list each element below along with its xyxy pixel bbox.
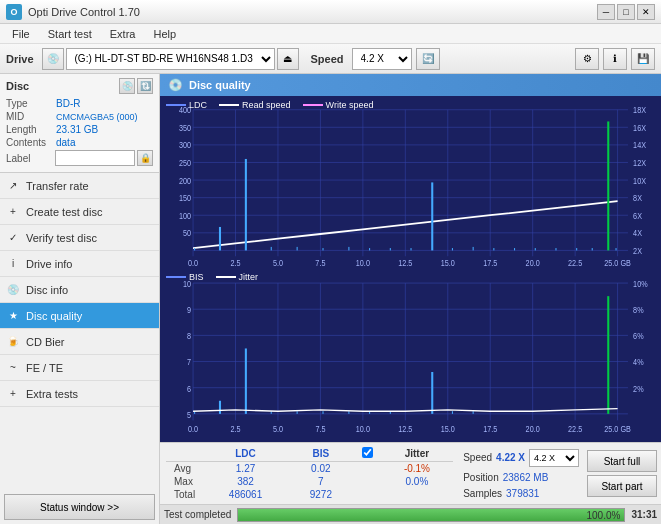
- write-speed-legend-color: [303, 104, 323, 106]
- ldc-chart-svg: 400 350 300 250 200 150 100 50 18X 16X 1…: [162, 98, 659, 268]
- title-bar: O Opti Drive Control 1.70 ─ □ ✕: [0, 0, 661, 24]
- start-full-button[interactable]: Start full: [587, 450, 657, 472]
- svg-text:0.0: 0.0: [188, 258, 198, 268]
- menu-file[interactable]: File: [4, 26, 38, 42]
- save-button[interactable]: 💾: [631, 48, 655, 70]
- nav-drive-info-label: Drive info: [26, 258, 72, 270]
- info-button[interactable]: ℹ: [603, 48, 627, 70]
- svg-rect-56: [369, 248, 370, 250]
- stats-left: LDC BIS Jitter Avg 1.27 0.02: [160, 443, 459, 504]
- ldc-chart: LDC Read speed Write speed: [162, 98, 659, 268]
- nav-cd-bier[interactable]: 🍺 CD Bier: [0, 329, 159, 355]
- nav-verify-test-disc[interactable]: ✓ Verify test disc: [0, 225, 159, 251]
- sidebar: Disc 💿 🔃 Type BD-R MID CMCMAGBA5 (000) L…: [0, 74, 160, 524]
- col-header-ldc: LDC: [203, 446, 288, 462]
- disc-quality-header: 💿 Disc quality: [160, 74, 661, 96]
- svg-rect-121: [473, 411, 474, 414]
- nav-disc-quality-label: Disc quality: [26, 310, 82, 322]
- menu-help[interactable]: Help: [145, 26, 184, 42]
- nav-disc-quality[interactable]: ★ Disc quality: [0, 303, 159, 329]
- svg-text:7.5: 7.5: [315, 258, 325, 268]
- nav-extra-tests[interactable]: + Extra tests: [0, 381, 159, 407]
- window-controls: ─ □ ✕: [597, 4, 655, 20]
- svg-text:12X: 12X: [633, 159, 646, 169]
- svg-rect-120: [452, 411, 453, 414]
- close-button[interactable]: ✕: [637, 4, 655, 20]
- menu-extra[interactable]: Extra: [102, 26, 144, 42]
- stats-max-label: Max: [166, 475, 203, 488]
- svg-text:20.0: 20.0: [526, 424, 540, 434]
- nav-disc-info[interactable]: 💿 Disc info: [0, 277, 159, 303]
- maximize-button[interactable]: □: [617, 4, 635, 20]
- disc-panel-title: Disc: [6, 80, 29, 92]
- nav-extra-tests-label: Extra tests: [26, 388, 78, 400]
- start-part-button[interactable]: Start part: [587, 475, 657, 497]
- nav-cd-bier-label: CD Bier: [26, 336, 65, 348]
- disc-type-row: Type BD-R: [6, 98, 153, 109]
- drive-select[interactable]: (G:) HL-DT-ST BD-RE WH16NS48 1.D3: [66, 48, 275, 70]
- disc-icon-btn-2[interactable]: 🔃: [137, 78, 153, 94]
- svg-text:15.0: 15.0: [441, 258, 455, 268]
- svg-rect-49: [194, 248, 195, 250]
- svg-rect-63: [514, 248, 515, 250]
- position-label: Position: [463, 472, 499, 483]
- svg-text:16X: 16X: [633, 123, 646, 133]
- read-speed-legend-label: Read speed: [242, 100, 291, 110]
- nav-fe-te[interactable]: ~ FE / TE: [0, 355, 159, 381]
- action-buttons: Start full Start part: [583, 443, 661, 504]
- speed-select[interactable]: 4.2 X: [352, 48, 412, 70]
- refresh-button[interactable]: 🔄: [416, 48, 440, 70]
- svg-text:7: 7: [187, 358, 191, 368]
- app-icon: O: [6, 4, 22, 20]
- svg-rect-119: [431, 372, 433, 414]
- settings-button[interactable]: ⚙: [575, 48, 599, 70]
- speed-current-val: 4.22 X: [496, 452, 525, 463]
- disc-label-input[interactable]: [55, 150, 135, 166]
- svg-text:17.5: 17.5: [483, 424, 497, 434]
- ldc-legend-color: [166, 104, 186, 106]
- svg-text:25.0 GB: 25.0 GB: [604, 258, 631, 268]
- svg-rect-122: [607, 296, 609, 414]
- disc-contents-row: Contents data: [6, 137, 153, 148]
- verify-test-disc-icon: ✓: [6, 231, 20, 245]
- svg-text:8%: 8%: [633, 305, 644, 315]
- svg-rect-67: [592, 248, 593, 250]
- svg-text:9: 9: [187, 305, 191, 315]
- speed-dropdown[interactable]: 4.2 X: [529, 449, 579, 467]
- disc-contents-key: Contents: [6, 137, 56, 148]
- samples-val: 379831: [506, 488, 539, 499]
- jitter-legend-item: Jitter: [216, 272, 259, 282]
- menu-start-test[interactable]: Start test: [40, 26, 100, 42]
- jitter-checkbox[interactable]: [362, 447, 373, 458]
- disc-type-key: Type: [6, 98, 56, 109]
- svg-text:15.0: 15.0: [441, 424, 455, 434]
- content-area: 💿 Disc quality LDC Read speed: [160, 74, 661, 524]
- disc-mid-val: CMCMAGBA5 (000): [56, 112, 153, 122]
- progress-percentage: 100.0%: [587, 509, 621, 523]
- drive-icon-button[interactable]: 💿: [42, 48, 64, 70]
- disc-label-icon-btn[interactable]: 🔒: [137, 150, 153, 166]
- svg-rect-58: [411, 248, 412, 250]
- bis-chart: BIS Jitter: [162, 270, 659, 440]
- svg-rect-55: [348, 247, 349, 251]
- chart2-legend: BIS Jitter: [166, 272, 258, 282]
- svg-rect-50: [219, 227, 221, 250]
- svg-rect-66: [576, 248, 577, 250]
- minimize-button[interactable]: ─: [597, 4, 615, 20]
- status-window-button[interactable]: Status window >>: [4, 494, 155, 520]
- status-text: Test completed: [164, 509, 231, 520]
- eject-button[interactable]: ⏏: [277, 48, 299, 70]
- nav-drive-info[interactable]: i Drive info: [0, 251, 159, 277]
- nav-create-test-disc[interactable]: + Create test disc: [0, 199, 159, 225]
- progress-bar-fill: [238, 509, 624, 521]
- svg-text:5.0: 5.0: [273, 424, 283, 434]
- col-header-empty: [166, 446, 203, 462]
- svg-rect-114: [297, 411, 298, 414]
- speed-row: Speed 4.22 X 4.2 X: [463, 449, 579, 467]
- svg-text:17.5: 17.5: [483, 258, 497, 268]
- bis-legend-color: [166, 276, 186, 278]
- stats-total-bis: 9272: [288, 488, 354, 501]
- svg-text:14X: 14X: [633, 141, 646, 151]
- disc-icon-btn-1[interactable]: 💿: [119, 78, 135, 94]
- nav-transfer-rate[interactable]: ↗ Transfer rate: [0, 173, 159, 199]
